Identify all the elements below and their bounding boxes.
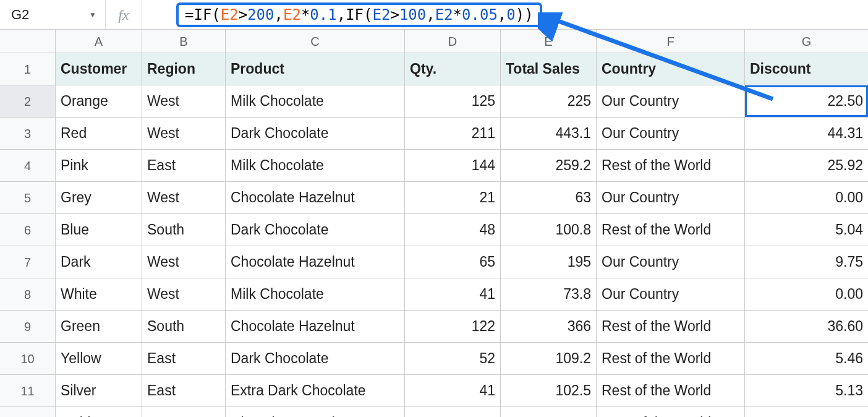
cell-B4[interactable]: East	[142, 150, 226, 182]
row-header-8[interactable]: 8	[0, 278, 56, 311]
cell-E9[interactable]: 366	[501, 311, 597, 343]
cell-D10[interactable]: 52	[405, 343, 501, 375]
cell-G11[interactable]: 5.13	[745, 375, 868, 407]
row-header-3[interactable]: 3	[0, 118, 56, 150]
cell-F6[interactable]: Rest of the World	[597, 214, 745, 246]
row-header-9[interactable]: 9	[0, 311, 56, 343]
formula-input[interactable]: =IF(E2>200,E2*0.1,IF(E2>100,E2*0.05,0))	[176, 2, 542, 27]
cell-D11[interactable]: 41	[405, 375, 501, 407]
header-cell-E[interactable]: Total Sales	[501, 53, 597, 85]
cell-C7[interactable]: Chocolate Hazelnut	[226, 246, 405, 278]
cell-E8[interactable]: 73.8	[501, 278, 597, 311]
cell-F10[interactable]: Rest of the World	[597, 343, 745, 375]
cell-F8[interactable]: Our Country	[597, 278, 745, 311]
cell-G9[interactable]: 36.60	[745, 311, 868, 343]
column-header-F[interactable]: F	[597, 30, 745, 53]
cell-A8[interactable]: White	[56, 278, 142, 311]
header-cell-F[interactable]: Country	[597, 53, 745, 85]
cell-B5[interactable]: West	[142, 182, 226, 214]
cell-C3[interactable]: Dark Chocolate	[226, 118, 405, 150]
row-header-12[interactable]: 12	[0, 407, 56, 417]
cell-F5[interactable]: Our Country	[597, 182, 745, 214]
column-header-E[interactable]: E	[501, 30, 597, 53]
cell-G8[interactable]: 0.00	[745, 278, 868, 311]
cell-E10[interactable]: 109.2	[501, 343, 597, 375]
cell-B9[interactable]: South	[142, 311, 226, 343]
cell-A12[interactable]: Gold	[56, 407, 142, 417]
cell-E12[interactable]: 168	[501, 407, 597, 417]
cell-E3[interactable]: 443.1	[501, 118, 597, 150]
cell-F4[interactable]: Rest of the World	[597, 150, 745, 182]
cell-G4[interactable]: 25.92	[745, 150, 868, 182]
cell-D2[interactable]: 125	[405, 85, 501, 118]
column-header-D[interactable]: D	[405, 30, 501, 53]
header-cell-B[interactable]: Region	[142, 53, 226, 85]
cell-G10[interactable]: 5.46	[745, 343, 868, 375]
row-header-5[interactable]: 5	[0, 182, 56, 214]
cell-F12[interactable]: Rest of the World	[597, 407, 745, 417]
cell-A10[interactable]: Yellow	[56, 343, 142, 375]
cell-C8[interactable]: Milk Chocolate	[226, 278, 405, 311]
row-header-6[interactable]: 6	[0, 214, 56, 246]
column-header-C[interactable]: C	[226, 30, 405, 53]
row-header-11[interactable]: 11	[0, 375, 56, 407]
cell-D5[interactable]: 21	[405, 182, 501, 214]
cell-F2[interactable]: Our Country	[597, 85, 745, 118]
header-cell-C[interactable]: Product	[226, 53, 405, 85]
select-all-corner[interactable]	[0, 30, 56, 53]
cell-D6[interactable]: 48	[405, 214, 501, 246]
cell-F11[interactable]: Rest of the World	[597, 375, 745, 407]
header-cell-G[interactable]: Discount	[745, 53, 868, 85]
cell-F3[interactable]: Our Country	[597, 118, 745, 150]
name-box-dropdown-icon[interactable]: ▼	[89, 11, 96, 19]
cell-B11[interactable]: East	[142, 375, 226, 407]
cell-G7[interactable]: 9.75	[745, 246, 868, 278]
header-cell-D[interactable]: Qty.	[405, 53, 501, 85]
cell-C11[interactable]: Extra Dark Chocolate	[226, 375, 405, 407]
cell-F7[interactable]: Our Country	[597, 246, 745, 278]
cell-A4[interactable]: Pink	[56, 150, 142, 182]
cell-D3[interactable]: 211	[405, 118, 501, 150]
cell-B8[interactable]: West	[142, 278, 226, 311]
cell-G3[interactable]: 44.31	[745, 118, 868, 150]
cell-G6[interactable]: 5.04	[745, 214, 868, 246]
cell-A3[interactable]: Red	[56, 118, 142, 150]
row-header-1[interactable]: 1	[0, 53, 56, 85]
cell-A11[interactable]: Silver	[56, 375, 142, 407]
cell-C12[interactable]: Chocolate Hazelnut	[226, 407, 405, 417]
cell-C5[interactable]: Chocolate Hazelnut	[226, 182, 405, 214]
cell-B7[interactable]: West	[142, 246, 226, 278]
spreadsheet-grid[interactable]: ABCDEFG1CustomerRegionProductQty.Total S…	[0, 30, 868, 417]
header-cell-A[interactable]: Customer	[56, 53, 142, 85]
name-box[interactable]: G2 ▼	[0, 0, 105, 29]
cell-E4[interactable]: 259.2	[501, 150, 597, 182]
cell-A5[interactable]: Grey	[56, 182, 142, 214]
cell-A2[interactable]: Orange	[56, 85, 142, 118]
cell-D12[interactable]: 56	[405, 407, 501, 417]
column-header-G[interactable]: G	[745, 30, 868, 53]
cell-E6[interactable]: 100.8	[501, 214, 597, 246]
cell-D4[interactable]: 144	[405, 150, 501, 182]
row-header-10[interactable]: 10	[0, 343, 56, 375]
column-header-A[interactable]: A	[56, 30, 142, 53]
cell-A9[interactable]: Green	[56, 311, 142, 343]
cell-B2[interactable]: West	[142, 85, 226, 118]
cell-A7[interactable]: Dark	[56, 246, 142, 278]
cell-C2[interactable]: Milk Chocolate	[226, 85, 405, 118]
cell-D8[interactable]: 41	[405, 278, 501, 311]
cell-F9[interactable]: Rest of the World	[597, 311, 745, 343]
cell-C4[interactable]: Milk Chocolate	[226, 150, 405, 182]
cell-B10[interactable]: East	[142, 343, 226, 375]
cell-G5[interactable]: 0.00	[745, 182, 868, 214]
cell-B6[interactable]: South	[142, 214, 226, 246]
cell-E5[interactable]: 63	[501, 182, 597, 214]
cell-B12[interactable]: East	[142, 407, 226, 417]
cell-C6[interactable]: Dark Chocolate	[226, 214, 405, 246]
cell-G2[interactable]: 22.50	[745, 85, 868, 118]
cell-E2[interactable]: 225	[501, 85, 597, 118]
cell-E11[interactable]: 102.5	[501, 375, 597, 407]
cell-D9[interactable]: 122	[405, 311, 501, 343]
cell-A6[interactable]: Blue	[56, 214, 142, 246]
column-header-B[interactable]: B	[142, 30, 226, 53]
row-header-4[interactable]: 4	[0, 150, 56, 182]
